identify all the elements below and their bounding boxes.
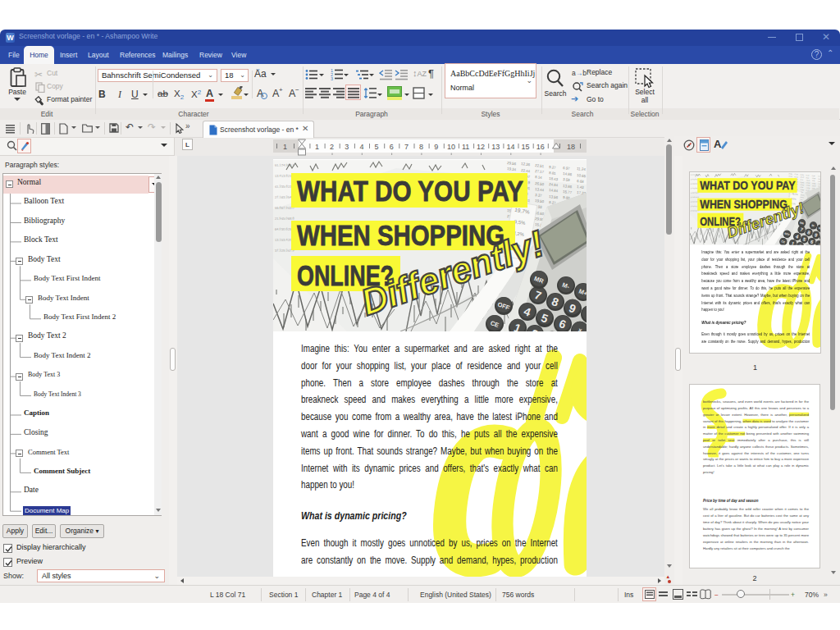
svg-text:1: 1 [283, 143, 287, 151]
svg-text:3: 3 [345, 143, 349, 151]
svg-text:14: 14 [507, 143, 515, 151]
svg-text:2: 2 [330, 143, 334, 151]
svg-text:16: 16 [536, 143, 545, 151]
svg-text:9: 9 [434, 143, 438, 151]
svg-text:8: 8 [419, 143, 423, 151]
svg-text:13: 13 [491, 143, 500, 151]
svg-text:5: 5 [375, 143, 379, 151]
svg-text:4: 4 [359, 143, 363, 151]
svg-text:3: 3 [331, 76, 333, 80]
svg-text:1: 1 [315, 143, 319, 151]
svg-text:7: 7 [404, 143, 409, 151]
svg-text:12: 12 [477, 143, 485, 151]
svg-text:10: 10 [447, 143, 455, 151]
svg-text:15: 15 [522, 143, 530, 151]
svg-text:18: 18 [567, 143, 575, 151]
svg-text:11: 11 [462, 143, 469, 151]
svg-text:6: 6 [390, 143, 394, 151]
